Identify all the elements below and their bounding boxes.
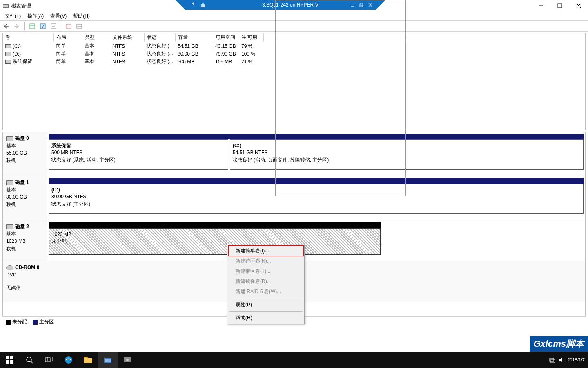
disk-1-stripe bbox=[49, 178, 584, 184]
svg-rect-34 bbox=[105, 359, 111, 362]
disk-0-size: 55.00 GB bbox=[6, 149, 43, 157]
partition-unallocated[interactable]: 1023 MB 未分配 bbox=[49, 228, 381, 255]
menu-new-simple-volume[interactable]: 新建简单卷(I)... bbox=[228, 246, 303, 256]
tray-date[interactable]: 2018/1/7 bbox=[567, 357, 585, 362]
toolbar-btn-3[interactable] bbox=[49, 22, 58, 31]
svg-rect-2 bbox=[201, 4, 205, 7]
menubar: 文件(F) 操作(A) 查看(V) 帮助(H) bbox=[0, 11, 588, 20]
disk-1-header[interactable]: 磁盘 1 基本 80.00 GB 联机 bbox=[3, 176, 47, 220]
taskview-button[interactable] bbox=[39, 352, 59, 368]
taskbar-ie[interactable] bbox=[59, 352, 78, 368]
vm-minimize-icon[interactable] bbox=[349, 1, 356, 9]
menu-view[interactable]: 查看(V) bbox=[47, 12, 70, 20]
forward-button[interactable] bbox=[12, 22, 22, 31]
menu-file[interactable]: 文件(F) bbox=[2, 12, 24, 20]
col-fs[interactable]: 文件系统 bbox=[110, 33, 144, 42]
partition-status: 状态良好 (主分区) bbox=[51, 201, 90, 207]
table-row[interactable]: (D:)简单基本NTFS状态良好 (...80.00 GB79.90 GB100… bbox=[3, 50, 585, 58]
volume-list[interactable]: 卷 布局 类型 文件系统 状态 容量 可用空间 % 可用 (C:)简单基本NTF… bbox=[2, 33, 586, 130]
col-type[interactable]: 类型 bbox=[82, 33, 110, 42]
svg-rect-25 bbox=[10, 360, 13, 364]
col-pct[interactable]: % 可用 bbox=[239, 33, 263, 42]
svg-rect-19 bbox=[66, 24, 71, 28]
svg-point-26 bbox=[27, 357, 31, 362]
col-free[interactable]: 可用空间 bbox=[213, 33, 239, 42]
app-icon bbox=[2, 2, 9, 9]
toolbar: ? bbox=[0, 20, 588, 32]
vm-lock-icon[interactable] bbox=[199, 1, 207, 9]
partition-size: 1023 MB bbox=[52, 231, 71, 237]
disk-1-name: 磁盘 1 bbox=[15, 180, 29, 185]
tray-network-icon[interactable] bbox=[549, 357, 555, 363]
svg-rect-4 bbox=[360, 4, 363, 7]
taskbar-explorer[interactable] bbox=[78, 352, 98, 368]
disk-icon bbox=[6, 224, 13, 229]
partition-size: 80.00 GB NTFS bbox=[51, 194, 86, 200]
vm-title: 3.SQL1-242 on HYPER-V bbox=[209, 2, 359, 8]
vm-close-icon[interactable] bbox=[367, 1, 374, 9]
disk-2-name: 磁盘 2 bbox=[15, 224, 29, 229]
partition-c[interactable]: (C:) 54.51 GB NTFS 状态良好 (启动, 页面文件, 故障转储,… bbox=[230, 139, 584, 170]
menu-new-striped-volume: 新建带区卷(T)... bbox=[228, 266, 303, 276]
svg-point-36 bbox=[126, 359, 129, 361]
taskbar-app[interactable] bbox=[118, 352, 137, 368]
partition-title: (D:) bbox=[51, 187, 60, 193]
context-menu: 新建简单卷(I)... 新建跨区卷(N)... 新建带区卷(T)... 新建镜像… bbox=[227, 245, 305, 324]
col-volume[interactable]: 卷 bbox=[3, 33, 53, 42]
disk-0-name: 磁盘 0 bbox=[15, 135, 29, 141]
search-button[interactable] bbox=[20, 352, 39, 368]
back-button[interactable] bbox=[2, 22, 11, 31]
menu-help[interactable]: 帮助(H) bbox=[228, 313, 303, 323]
col-layout[interactable]: 布局 bbox=[53, 33, 82, 42]
window-controls bbox=[532, 0, 588, 11]
col-status[interactable]: 状态 bbox=[144, 33, 175, 42]
menu-action[interactable]: 操作(A) bbox=[24, 12, 47, 20]
disk-0-header[interactable]: 磁盘 0 基本 55.00 GB 联机 bbox=[3, 132, 47, 176]
partition-title: 系统保留 bbox=[51, 143, 71, 148]
partition-status: 状态良好 (启动, 页面文件, 故障转储, 主分区) bbox=[233, 157, 329, 163]
partition-size: 54.51 GB NTFS bbox=[233, 150, 267, 155]
start-button[interactable] bbox=[0, 352, 20, 368]
toolbar-btn-1[interactable] bbox=[27, 22, 37, 31]
svg-rect-24 bbox=[6, 360, 9, 364]
disk-2-header[interactable]: 磁盘 2 基本 1023 MB 联机 bbox=[3, 220, 47, 261]
menu-properties[interactable]: 属性(P) bbox=[228, 300, 303, 310]
titlebar: 磁盘管理 3.SQL1-242 on HYPER-V bbox=[0, 0, 588, 11]
taskbar: 2018/1/7 bbox=[0, 352, 588, 368]
disk-0-type: 基本 bbox=[6, 142, 43, 149]
vm-restore-icon[interactable] bbox=[358, 1, 365, 9]
disk-icon bbox=[6, 136, 13, 141]
table-row[interactable]: (C:)简单基本NTFS状态良好 (...54.51 GB43.15 GB79 … bbox=[3, 42, 585, 50]
legend-primary-swatch bbox=[33, 320, 38, 325]
taskbar-diskmgmt[interactable] bbox=[98, 352, 118, 368]
svg-line-27 bbox=[31, 361, 33, 363]
vm-pin-icon[interactable] bbox=[189, 1, 197, 9]
disk-1-row: 磁盘 1 基本 80.00 GB 联机 (D:) 80.00 GB NTFS 状… bbox=[3, 176, 585, 220]
minimize-button[interactable] bbox=[532, 0, 550, 11]
menu-new-spanned-volume: 新建跨区卷(N)... bbox=[228, 256, 303, 266]
maximize-button[interactable] bbox=[550, 0, 569, 11]
svg-rect-32 bbox=[84, 357, 88, 358]
close-button[interactable] bbox=[569, 0, 588, 11]
disk-0-status: 联机 bbox=[6, 157, 43, 164]
cdrom-name: CD-ROM 0 bbox=[15, 265, 39, 270]
svg-rect-5 bbox=[361, 3, 363, 6]
svg-rect-1 bbox=[3, 5, 8, 7]
svg-point-30 bbox=[65, 356, 72, 364]
menu-help[interactable]: 帮助(H) bbox=[70, 12, 93, 20]
svg-rect-9 bbox=[558, 4, 562, 8]
toolbar-btn-4[interactable] bbox=[64, 22, 74, 31]
table-row[interactable]: 系统保留简单基本NTFS状态良好 (...500 MB105 MB21 % bbox=[3, 58, 585, 65]
tray-volume-icon[interactable] bbox=[558, 357, 564, 363]
partition-system-reserved[interactable]: 系统保留 500 MB NTFS 状态良好 (系统, 活动, 主分区) bbox=[49, 139, 228, 170]
legend-unalloc-swatch bbox=[6, 320, 11, 325]
system-tray[interactable]: 2018/1/7 bbox=[549, 357, 588, 363]
partition-title: (C:) bbox=[233, 143, 241, 148]
svg-rect-12 bbox=[30, 24, 35, 29]
refresh-button[interactable]: ? bbox=[38, 22, 48, 31]
col-capacity[interactable]: 容量 bbox=[175, 33, 213, 42]
disk-0-row: 磁盘 0 基本 55.00 GB 联机 系统保留 500 MB NTFS 状态良… bbox=[3, 132, 585, 176]
toolbar-btn-5[interactable] bbox=[74, 22, 84, 31]
disk-2-stripe bbox=[49, 222, 381, 228]
partition-d[interactable]: (D:) 80.00 GB NTFS 状态良好 (主分区) bbox=[49, 184, 584, 214]
